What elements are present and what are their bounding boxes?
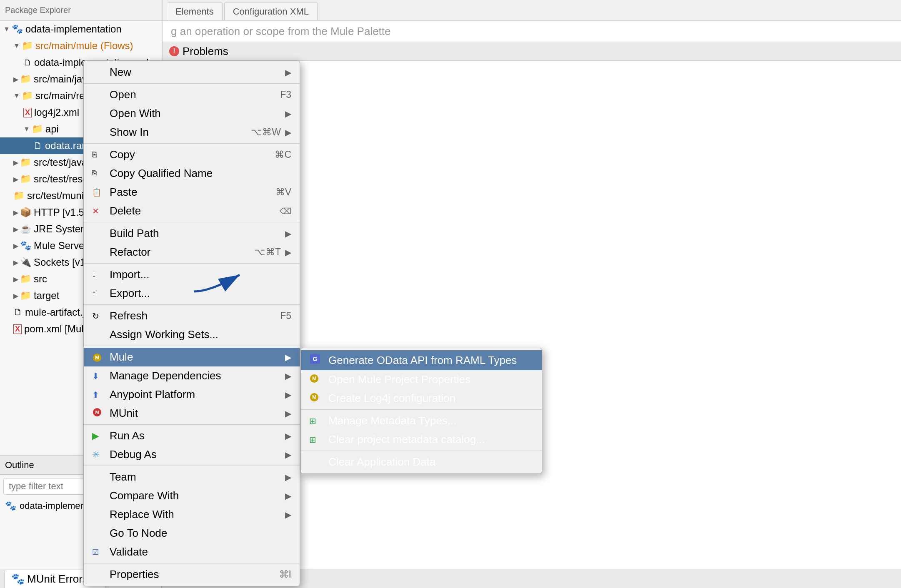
submenu-arrow-icon: ▶ [285, 510, 291, 520]
menu-item-manage-deps[interactable]: ⬇ Manage Dependencies ▶ [84, 366, 300, 385]
submenu-clear-metadata[interactable]: ⊞ Clear project metadata catalog... [301, 430, 542, 449]
lib-icon: 📦 [20, 207, 31, 218]
clear-metadata-icon: ⊞ [309, 435, 324, 445]
menu-item-run-as[interactable]: ▶ Run As ▶ [84, 426, 300, 445]
copy-qualified-icon: ⎘ [92, 169, 105, 178]
menu-item-delete[interactable]: ✕ Delete ⌫ [84, 202, 300, 220]
folder-icon: 📁 [20, 274, 31, 284]
menu-item-debug-as[interactable]: ✳ Debug As ▶ [84, 445, 300, 464]
folder-icon: 📁 [22, 40, 33, 51]
menu-item-mule[interactable]: M Mule ▶ G Generate OData API from RAML … [84, 348, 300, 366]
folder-icon: 📁 [20, 157, 31, 168]
folder-icon: 📁 [20, 174, 31, 184]
submenu-arrow-icon: ▶ [285, 247, 291, 257]
tree-arrow-icon: ▶ [13, 225, 18, 233]
folder-icon: 📁 [22, 90, 33, 101]
svg-text:M: M [95, 355, 99, 361]
tree-arrow-icon: ▶ [13, 242, 18, 250]
folder-icon: 📁 [20, 290, 31, 301]
tree-arrow-icon: ▶ [13, 159, 18, 167]
raml-file-icon: 🗋 [33, 140, 43, 151]
menu-item-new[interactable]: New ▶ [84, 63, 300, 82]
tree-item-odata-impl[interactable]: ▼ 🐾 odata-implementation [0, 21, 162, 37]
submenu-open-mule-props[interactable]: M Open Mule Project Properties [301, 370, 542, 389]
project-icon: 🐾 [5, 501, 16, 511]
folder-icon: 📁 [32, 124, 43, 135]
menu-item-refresh[interactable]: ↻ Refresh F5 [84, 306, 300, 325]
menu-item-refactor[interactable]: Refactor ⌥⌘T ▶ [84, 243, 300, 262]
menu-item-assign-working-sets[interactable]: Assign Working Sets... [84, 325, 300, 344]
tree-item-label: api [45, 123, 59, 135]
refresh-icon: ↻ [92, 311, 105, 321]
menu-item-open[interactable]: Open F3 [84, 85, 300, 104]
submenu-arrow-icon: ▶ [285, 352, 291, 362]
munit-errors-icon: 🐾 [11, 573, 25, 586]
menu-item-paste[interactable]: 📋 Paste ⌘V [84, 183, 300, 202]
submenu-arrow-icon: ▶ [285, 127, 291, 137]
menu-item-open-with[interactable]: Open With ▶ [84, 104, 300, 123]
menu-item-copy[interactable]: ⎘ Copy ⌘C [84, 145, 300, 164]
log4j-icon: M [309, 392, 324, 405]
submenu-create-log4j[interactable]: M Create Log4j configuration [301, 389, 542, 408]
manage-deps-icon: ⬇ [92, 371, 105, 381]
menu-item-go-to-node[interactable]: Go To Node [84, 524, 300, 543]
submenu-arrow-icon: ▶ [285, 229, 291, 239]
submenu-generate-odata[interactable]: G Generate OData API from RAML Types [301, 350, 542, 370]
generate-odata-icon: G [309, 353, 324, 367]
menu-item-team[interactable]: Team ▶ [84, 468, 300, 486]
menu-item-export[interactable]: ↑ Export... [84, 284, 300, 303]
menu-item-copy-qualified[interactable]: ⎘ Copy Qualified Name [84, 164, 300, 183]
tree-arrow-icon: ▶ [13, 275, 18, 283]
mule-project-icon: 🐾 [12, 24, 23, 35]
menu-item-replace-with[interactable]: Replace With ▶ [84, 505, 300, 524]
menu-item-compare-with[interactable]: Compare With ▶ [84, 486, 300, 505]
tree-arrow-icon: ▼ [13, 92, 20, 100]
tab-elements[interactable]: Elements [167, 2, 223, 20]
submenu-arrow-icon: ▶ [285, 431, 291, 441]
submenu-clear-app-data[interactable]: Clear Application Data [301, 453, 542, 471]
tree-arrow-icon: ▶ [13, 75, 18, 83]
menu-separator-6 [84, 346, 300, 346]
copy-icon: ⎘ [92, 150, 105, 159]
menu-item-validate[interactable]: ☑ Validate [84, 543, 300, 561]
run-icon: ▶ [92, 431, 105, 441]
menu-item-show-in[interactable]: Show In ⌥⌘W ▶ [84, 123, 300, 142]
sockets-icon: 🔌 [20, 257, 31, 268]
paste-icon: 📋 [92, 188, 105, 197]
problems-panel-header: ! Problems [163, 42, 901, 61]
xml-icon: X [23, 108, 32, 117]
menu-item-import[interactable]: ↓ Import... [84, 265, 300, 284]
submenu-arrow-icon: ▶ [285, 450, 291, 460]
editor-hint: g an operation or scope from the Mule Pa… [171, 25, 391, 38]
tree-item-src-main-mule[interactable]: ▼ 📁 src/main/mule (Flows) [0, 37, 162, 54]
submenu-arrow-icon: ▶ [285, 472, 291, 482]
menu-item-properties[interactable]: Properties ⌘I [84, 565, 300, 584]
menu-item-anypoint[interactable]: ⬆ Anypoint Platform ▶ [84, 385, 300, 404]
tab-config-xml[interactable]: Configuration XML [224, 2, 318, 20]
menu-separator-7 [84, 424, 300, 425]
svg-text:M: M [312, 376, 316, 381]
menu-item-build-path[interactable]: Build Path ▶ [84, 224, 300, 243]
metadata-icon: ⊞ [309, 416, 324, 426]
submenu-arrow-icon: ▶ [285, 67, 291, 77]
tree-item-label: odata-implementation [25, 23, 122, 35]
submenu-manage-metadata[interactable]: ⊞ Manage Metadata Types... [301, 411, 542, 430]
import-icon: ↓ [92, 270, 105, 279]
munit-folder-icon: 📁 [13, 190, 25, 201]
submenu-arrow-icon: ▶ [285, 371, 291, 381]
json-file-icon: 🗋 [13, 307, 23, 318]
editor-tab-bar: Elements Configuration XML [163, 0, 901, 21]
menu-separator-8 [84, 466, 300, 466]
tree-arrow-icon: ▶ [13, 209, 18, 217]
problems-tab[interactable]: ! Problems [169, 45, 228, 58]
delete-icon: ✕ [92, 206, 105, 216]
tree-item-label: src [34, 273, 47, 285]
anypoint-icon: ⬆ [92, 390, 105, 400]
submenu-arrow-icon: ▶ [285, 109, 291, 119]
submenu-arrow-icon: ▶ [285, 409, 291, 419]
menu-separator-3 [84, 222, 300, 222]
svg-text:G: G [313, 356, 318, 362]
menu-item-munit[interactable]: M MUnit ▶ [84, 404, 300, 423]
tree-item-label: src/main/mule (Flows) [35, 40, 133, 52]
tree-arrow-icon: ▼ [3, 25, 10, 33]
